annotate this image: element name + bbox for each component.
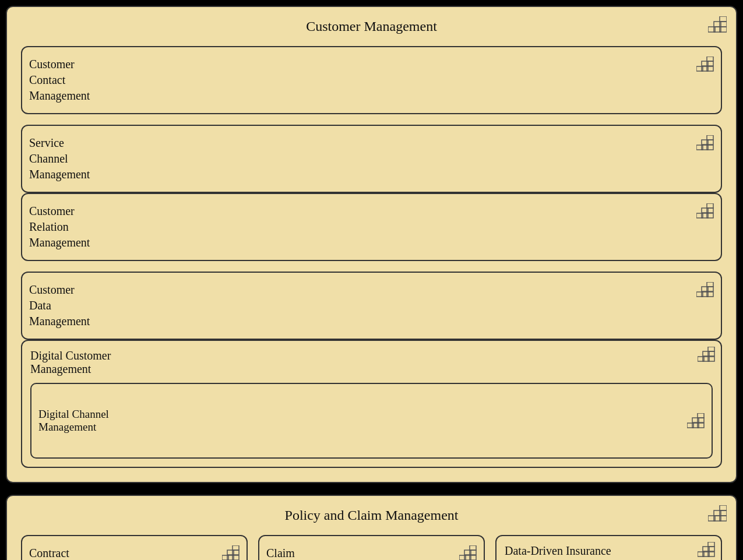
data-driven-icon <box>698 542 715 559</box>
digital-customer-title: Digital CustomerManagement <box>30 349 713 376</box>
service-channel-icon <box>696 135 714 150</box>
customer-relation-card: CustomerRelationManagement <box>21 193 722 261</box>
bottom-section: Policy and Claim Management ContractLife… <box>6 495 737 560</box>
contract-lifecycle-icon <box>222 545 240 560</box>
claim-settlement-icon <box>459 545 477 560</box>
digital-channel-card: Digital ChannelManagement <box>30 383 713 459</box>
svg-rect-72 <box>708 542 714 547</box>
digital-customer-icon <box>698 347 715 364</box>
customer-relation-label: CustomerRelationManagement <box>29 203 696 251</box>
bottom-mid-col: ClaimSettlement ClaimAdministration <box>258 535 485 560</box>
svg-rect-42 <box>720 505 727 510</box>
top-mid-col: CustomerRelationManagement CustomerDataM… <box>21 193 722 340</box>
bottom-left-col: ContractLifecycleManagement ContractAdmi… <box>21 535 248 560</box>
digital-channel-label: Digital ChannelManagement <box>38 408 109 434</box>
claim-settlement-card: ClaimSettlement <box>258 535 485 560</box>
service-channel-card: ServiceChannelManagement <box>21 125 722 193</box>
customer-contact-card: CustomerContactManagement <box>21 46 722 114</box>
bottom-section-icon <box>708 505 727 524</box>
svg-rect-60 <box>470 545 476 550</box>
svg-rect-48 <box>233 545 239 550</box>
top-section-grid: CustomerContactManagement ServiceChannel… <box>21 46 722 468</box>
customer-data-icon <box>696 282 714 297</box>
claim-settlement-label: ClaimSettlement <box>266 545 459 560</box>
top-section-title: Customer Management <box>21 19 722 34</box>
bottom-section-title: Policy and Claim Management <box>21 508 722 523</box>
top-section-icon <box>708 16 727 35</box>
svg-rect-36 <box>698 413 704 418</box>
contract-lifecycle-card: ContractLifecycleManagement <box>21 535 248 560</box>
digital-customer-card: Digital CustomerManagement Digital Chann… <box>21 340 722 468</box>
customer-contact-label: CustomerContactManagement <box>29 57 696 104</box>
top-section: Customer Management CustomerContactManag… <box>6 6 737 483</box>
customer-relation-icon <box>696 203 714 219</box>
svg-rect-6 <box>707 57 713 61</box>
service-channel-label: ServiceChannelManagement <box>29 135 696 182</box>
svg-rect-18 <box>707 203 713 208</box>
svg-rect-24 <box>707 282 713 287</box>
bottom-section-grid: ContractLifecycleManagement ContractAdmi… <box>21 535 722 560</box>
customer-contact-icon <box>696 57 714 72</box>
data-driven-insurance-card: Data-Driven Insurance Data Acquisition D… <box>495 535 722 560</box>
customer-data-label: CustomerDataManagement <box>29 282 696 329</box>
svg-rect-12 <box>707 135 713 140</box>
data-driven-title: Data-Driven Insurance <box>505 544 713 558</box>
contract-lifecycle-label: ContractLifecycleManagement <box>29 545 222 560</box>
customer-data-card: CustomerDataManagement <box>21 272 722 340</box>
digital-channel-icon <box>687 413 705 428</box>
svg-rect-30 <box>708 347 714 351</box>
svg-rect-0 <box>720 16 727 22</box>
top-left-col: CustomerContactManagement ServiceChannel… <box>21 46 722 193</box>
